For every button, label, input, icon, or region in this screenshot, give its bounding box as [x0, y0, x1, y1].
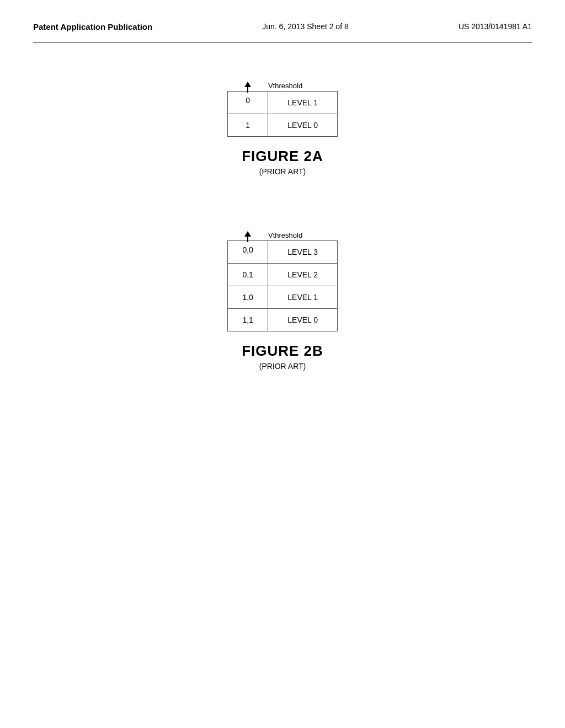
figure-2a-table: 0 LEVEL 1 1 LEVEL 0	[227, 91, 338, 137]
cell-value-11: 1,1	[228, 309, 268, 331]
row1-value-2b: 0,1	[242, 270, 253, 279]
cell-value-01: 0,1	[228, 264, 268, 286]
cell-level-1: LEVEL 1	[268, 92, 338, 114]
row0-value: 0	[246, 96, 250, 105]
cell-level-3: LEVEL 3	[268, 241, 338, 264]
table-row: 1,1 LEVEL 0	[228, 309, 338, 331]
row2-value-2b: 1,0	[242, 293, 253, 302]
figure-2b-title: FIGURE 2B	[242, 342, 323, 360]
figure-2b-table-outer: Vthreshold	[227, 231, 338, 331]
table-row: 1 LEVEL 0	[228, 114, 338, 137]
page: Patent Application Publication Jun. 6, 2…	[0, 0, 565, 728]
vthreshold-label-2a: Vthreshold	[268, 82, 302, 90]
figure-2b-block: Vthreshold	[227, 231, 338, 371]
up-arrow-icon	[244, 82, 251, 93]
svg-rect-3	[247, 237, 248, 242]
row1-value: 1	[246, 121, 250, 130]
main-content: Vthreshold	[33, 49, 532, 404]
cell-value-00: 0,0	[228, 241, 268, 264]
publication-title: Patent Application Publication	[33, 22, 152, 31]
publication-date-sheet: Jun. 6, 2013 Sheet 2 of 8	[262, 22, 348, 31]
figure-2a-block: Vthreshold	[227, 82, 338, 176]
table-row: 0,1 LEVEL 2	[228, 264, 338, 286]
figure-2b-table: 0,0 LEVEL 3 0,1 LEVEL 2	[227, 240, 338, 331]
figure-2b-table-container: 0,0 LEVEL 3 0,1 LEVEL 2	[227, 240, 338, 331]
figure-2a-subtitle: (PRIOR ART)	[242, 167, 323, 176]
cell-level-0: LEVEL 0	[268, 114, 338, 137]
svg-marker-2	[244, 231, 251, 237]
row0-value-2b: 0,0	[242, 245, 253, 254]
row0-level-2b: LEVEL 3	[287, 248, 318, 256]
figure-2a-caption: FIGURE 2A (PRIOR ART)	[242, 148, 323, 176]
cell-level-0: LEVEL 0	[268, 309, 338, 331]
cell-value-0: 0	[228, 92, 268, 114]
cell-level-1: LEVEL 1	[268, 286, 338, 309]
table-row: 0,0 LEVEL 3	[228, 241, 338, 264]
vthreshold-label-2b: Vthreshold	[268, 231, 302, 239]
figure-2b-subtitle: (PRIOR ART)	[242, 362, 323, 371]
row3-value-2b: 1,1	[242, 315, 253, 324]
up-arrow-icon-2b	[244, 231, 251, 242]
row1-level-2b: LEVEL 2	[287, 270, 318, 279]
figure-2b-caption: FIGURE 2B (PRIOR ART)	[242, 342, 323, 371]
table-row: 1,0 LEVEL 1	[228, 286, 338, 309]
page-header: Patent Application Publication Jun. 6, 2…	[33, 22, 532, 43]
svg-marker-0	[244, 82, 251, 87]
table-row: 0 LEVEL 1	[228, 92, 338, 114]
figure-2a-title: FIGURE 2A	[242, 148, 323, 165]
row3-level-2b: LEVEL 0	[287, 315, 318, 324]
publication-number: US 2013/0141981 A1	[459, 22, 532, 31]
svg-rect-1	[247, 87, 248, 93]
cell-value-10: 1,0	[228, 286, 268, 309]
row1-level: LEVEL 0	[287, 121, 318, 130]
cell-level-2: LEVEL 2	[268, 264, 338, 286]
cell-value-1: 1	[228, 114, 268, 137]
row0-level: LEVEL 1	[287, 98, 318, 107]
row2-level-2b: LEVEL 1	[287, 293, 318, 302]
figure-2a-table-outer: Vthreshold	[227, 82, 338, 137]
figure-2a-table-container: 0 LEVEL 1 1 LEVEL 0	[227, 91, 338, 137]
